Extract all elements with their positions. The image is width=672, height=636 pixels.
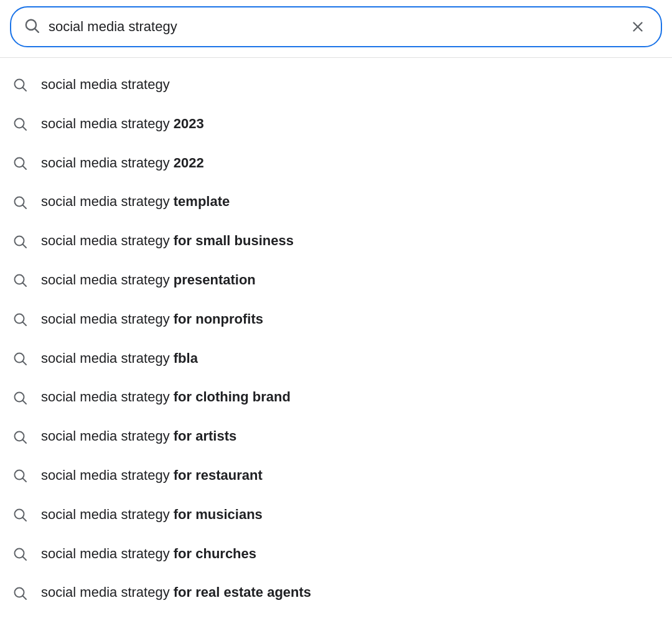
divider xyxy=(0,57,672,58)
suggestion-item[interactable]: social media strategy 2023 xyxy=(0,105,672,144)
search-bar-container xyxy=(0,0,672,54)
suggestion-search-icon xyxy=(12,195,27,210)
svg-line-31 xyxy=(23,596,27,599)
suggestion-search-icon xyxy=(12,351,27,366)
suggestion-text: social media strategy xyxy=(41,75,170,95)
suggestion-item[interactable]: social media strategy template xyxy=(0,182,672,222)
suggestion-search-icon xyxy=(12,234,27,249)
suggestion-search-icon xyxy=(12,546,27,561)
svg-line-23 xyxy=(23,439,27,443)
search-input[interactable] xyxy=(49,19,627,35)
suggestion-search-icon xyxy=(12,273,27,288)
suggestion-search-icon xyxy=(12,390,27,405)
search-icon xyxy=(24,17,40,36)
svg-line-9 xyxy=(23,166,27,169)
suggestion-search-icon xyxy=(12,468,27,483)
suggestion-search-icon xyxy=(12,507,27,522)
suggestion-text: social media strategy 2023 xyxy=(41,115,204,134)
svg-line-21 xyxy=(23,400,27,404)
svg-line-29 xyxy=(23,556,27,560)
suggestion-item[interactable]: social media strategy for musicians xyxy=(0,495,672,535)
suggestion-item[interactable]: social media strategy for churches xyxy=(0,535,672,574)
svg-line-15 xyxy=(23,283,27,287)
suggestion-item[interactable]: social media strategy xyxy=(0,65,672,105)
suggestion-text: social media strategy for nonprofits xyxy=(41,310,263,329)
suggestion-text: social media strategy for restaurant xyxy=(41,466,263,485)
svg-line-7 xyxy=(23,127,27,131)
suggestion-text: social media strategy for churches xyxy=(41,545,256,564)
search-bar xyxy=(10,6,662,47)
suggestion-item[interactable]: social media strategy presentation xyxy=(0,261,672,300)
suggestion-item[interactable]: social media strategy fbla xyxy=(0,339,672,378)
suggestion-search-icon xyxy=(12,586,27,601)
suggestion-item[interactable]: social media strategy for restaurant xyxy=(0,456,672,495)
suggestion-item[interactable]: social media strategy for real estate ag… xyxy=(0,573,672,612)
suggestion-item[interactable]: social media strategy 2022 xyxy=(0,144,672,183)
suggestion-search-icon xyxy=(12,156,27,171)
suggestion-text: social media strategy 2022 xyxy=(41,154,204,173)
suggestion-item[interactable]: social media strategy for clothing brand xyxy=(0,378,672,417)
svg-line-17 xyxy=(23,322,27,326)
suggestions-list: social media strategy social media strat… xyxy=(0,60,672,617)
clear-button[interactable] xyxy=(627,16,648,37)
suggestion-text: social media strategy for musicians xyxy=(41,505,263,525)
svg-line-25 xyxy=(23,479,27,482)
svg-line-1 xyxy=(35,29,39,32)
svg-line-19 xyxy=(23,361,27,365)
suggestion-text: social media strategy for artists xyxy=(41,427,236,446)
suggestion-text: social media strategy for clothing brand xyxy=(41,388,291,407)
suggestion-search-icon xyxy=(12,312,27,327)
suggestion-item[interactable]: social media strategy for small business xyxy=(0,222,672,261)
suggestion-text: social media strategy for real estate ag… xyxy=(41,583,311,602)
svg-line-27 xyxy=(23,518,27,521)
suggestion-text: social media strategy presentation xyxy=(41,271,256,290)
suggestion-text: social media strategy fbla xyxy=(41,349,198,368)
suggestion-search-icon xyxy=(12,77,27,92)
suggestion-item[interactable]: social media strategy for artists xyxy=(0,417,672,456)
svg-line-5 xyxy=(23,88,27,91)
suggestion-search-icon xyxy=(12,116,27,131)
suggestion-search-icon xyxy=(12,429,27,444)
suggestion-text: social media strategy template xyxy=(41,192,230,212)
suggestion-item[interactable]: social media strategy for nonprofits xyxy=(0,300,672,339)
suggestion-text: social media strategy for small business xyxy=(41,231,294,251)
svg-line-11 xyxy=(23,205,27,208)
svg-line-13 xyxy=(23,244,27,248)
